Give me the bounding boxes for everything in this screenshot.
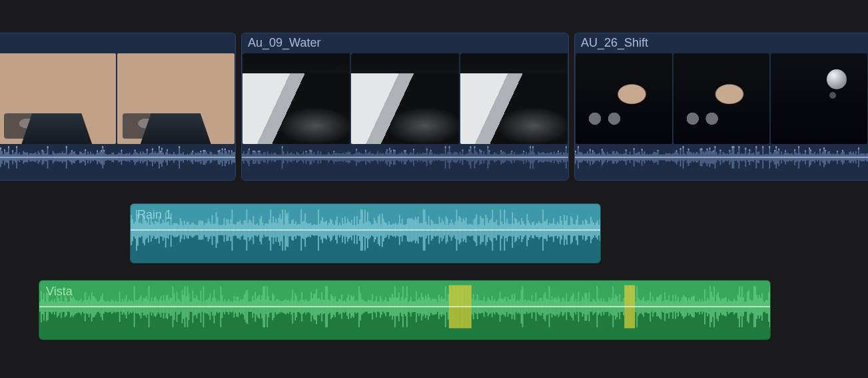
clip-audio-waveform[interactable] <box>575 144 868 180</box>
svg-rect-76 <box>85 149 86 151</box>
svg-rect-198 <box>222 149 223 150</box>
audio-level-line[interactable] <box>242 157 568 158</box>
svg-rect-586 <box>680 148 681 150</box>
audio-level-line[interactable] <box>575 157 868 158</box>
svg-rect-375 <box>430 150 432 151</box>
svg-rect-678 <box>775 146 777 148</box>
clip-thumbnail <box>673 53 770 144</box>
svg-rect-205 <box>228 150 230 151</box>
svg-rect-487 <box>558 151 559 152</box>
svg-rect-659 <box>755 146 757 148</box>
clip-thumbnail <box>576 53 672 144</box>
svg-rect-16 <box>12 151 13 152</box>
svg-rect-735 <box>837 151 838 152</box>
svg-rect-582 <box>676 151 677 152</box>
clip-title: AU_26_Shift <box>581 36 648 50</box>
svg-rect-467 <box>532 146 534 148</box>
primary-video-track[interactable]: Au_09_WaterAU_26_Shift <box>0 33 868 185</box>
svg-rect-687 <box>785 151 786 152</box>
audio-clip[interactable]: Rain 1 <box>130 203 601 263</box>
svg-rect-614 <box>709 148 711 150</box>
svg-rect-351 <box>404 150 405 151</box>
svg-rect-699 <box>798 146 799 148</box>
audio-clip[interactable]: Vista <box>39 280 771 340</box>
svg-rect-40 <box>42 150 43 151</box>
svg-rect-180 <box>203 150 205 151</box>
svg-rect-671 <box>769 146 770 148</box>
svg-rect-594 <box>688 149 689 150</box>
svg-rect-625 <box>720 150 721 151</box>
svg-rect-540 <box>626 149 627 151</box>
svg-rect-719 <box>819 149 821 150</box>
clip-audio-waveform[interactable] <box>0 144 235 180</box>
svg-rect-336 <box>389 148 390 150</box>
svg-rect-142 <box>160 151 161 152</box>
svg-rect-419 <box>480 149 481 151</box>
svg-rect-387 <box>445 146 446 148</box>
svg-rect-223 <box>254 151 255 152</box>
video-clip[interactable]: Au_09_Water <box>241 33 569 181</box>
svg-rect-606 <box>701 148 703 149</box>
svg-rect-458 <box>523 151 524 152</box>
video-clip[interactable]: AU_26_Shift <box>574 33 868 181</box>
svg-rect-108 <box>121 150 123 151</box>
svg-rect-341 <box>393 149 394 151</box>
svg-rect-725 <box>825 150 826 151</box>
svg-rect-144 <box>161 148 163 150</box>
svg-rect-86 <box>97 151 98 152</box>
svg-rect-391 <box>449 146 450 148</box>
svg-rect-338 <box>390 150 392 151</box>
svg-rect-290 <box>333 151 334 152</box>
svg-rect-589 <box>683 146 684 148</box>
svg-rect-494 <box>566 146 567 148</box>
svg-rect-500 <box>578 146 579 148</box>
svg-rect-12 <box>8 146 9 148</box>
svg-rect-636 <box>731 146 733 148</box>
audio-waveform <box>131 204 600 263</box>
svg-rect-740 <box>842 150 843 151</box>
svg-rect-653 <box>749 149 750 151</box>
video-clip[interactable] <box>0 33 236 181</box>
svg-rect-316 <box>365 150 366 151</box>
svg-rect-201 <box>224 149 226 150</box>
svg-rect-119 <box>135 150 136 151</box>
svg-rect-711 <box>810 149 811 151</box>
clip-thumbnail <box>117 53 235 144</box>
svg-rect-414 <box>474 146 476 148</box>
svg-rect-182 <box>205 150 206 151</box>
svg-rect-709 <box>809 148 810 150</box>
svg-rect-208 <box>231 151 232 152</box>
svg-rect-149 <box>167 149 168 151</box>
svg-rect-20 <box>16 146 17 148</box>
audio-level-line[interactable] <box>131 229 600 231</box>
svg-rect-217 <box>248 149 250 150</box>
svg-rect-159 <box>179 146 180 148</box>
svg-rect-229 <box>259 151 260 152</box>
svg-rect-195 <box>219 150 220 151</box>
audio-level-line[interactable] <box>0 157 235 158</box>
svg-rect-638 <box>733 146 734 148</box>
svg-rect-45 <box>47 146 49 148</box>
svg-rect-429 <box>488 150 490 151</box>
svg-rect-723 <box>823 147 825 149</box>
clip-thumbnail <box>460 53 568 144</box>
clip-thumbnails <box>575 53 868 144</box>
svg-rect-464 <box>530 146 531 148</box>
svg-rect-547 <box>634 148 635 149</box>
svg-rect-94 <box>103 150 105 151</box>
svg-rect-408 <box>469 149 470 151</box>
svg-rect-620 <box>715 146 716 148</box>
svg-rect-177 <box>201 151 202 152</box>
svg-rect-65 <box>71 150 73 151</box>
svg-rect-604 <box>700 149 701 150</box>
clip-thumbnail <box>242 53 350 144</box>
svg-rect-554 <box>642 149 643 150</box>
svg-rect-353 <box>405 150 406 151</box>
svg-rect-333 <box>386 149 388 151</box>
audio-level-line[interactable] <box>39 306 770 307</box>
svg-rect-402 <box>462 149 464 151</box>
clip-thumbnails <box>0 53 235 144</box>
svg-rect-448 <box>511 151 512 152</box>
clip-audio-waveform[interactable] <box>242 144 568 180</box>
clip-thumbnail <box>0 53 116 144</box>
